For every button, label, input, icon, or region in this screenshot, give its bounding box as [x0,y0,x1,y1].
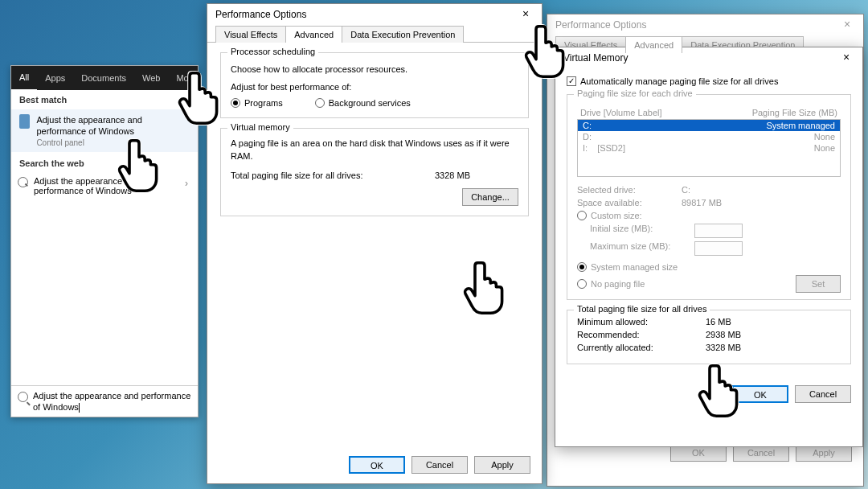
watermark: UG⊃TFIX [802,473,858,486]
tab-advanced[interactable]: Advanced [625,36,682,53]
close-icon[interactable]: × [510,4,542,25]
radio-icon [577,262,587,272]
col-drive: Drive [Volume Label] [580,108,662,117]
cancel-button[interactable]: Cancel [795,385,851,403]
drive-row[interactable]: I:[SSD2] None [578,142,840,154]
radio-system-managed[interactable]: System managed size [577,262,841,272]
search-result-item[interactable]: Adjust the appearance and performance of… [11,109,198,152]
proc-text: Choose how to allocate processor resourc… [231,64,518,74]
radio-icon [231,98,240,108]
change-button[interactable]: Change... [462,188,518,206]
initial-size-input[interactable] [694,224,743,238]
cancel-button[interactable]: Cancel [411,456,468,474]
tab-advanced[interactable]: Advanced [285,26,342,43]
apply-button[interactable]: Apply [474,456,530,474]
virtual-memory-legend: Virtual memory [227,122,293,132]
search-tab-more[interactable]: More [168,66,204,90]
search-tab-all[interactable]: All [11,65,37,91]
search-tab-web[interactable]: Web [134,66,168,90]
search-web-item[interactable]: Adjust the appearance and performance of… [11,171,198,200]
dialog-title: Performance Options [215,9,306,20]
auto-manage-checkbox[interactable]: ✓ Automatically manage paging file size … [567,76,851,86]
close-icon[interactable]: × [830,47,862,68]
drive-row[interactable]: C: System managed [578,120,840,131]
start-search-panel: All Apps Documents Web More Best match A… [10,65,199,417]
processor-scheduling-legend: Processor scheduling [227,47,318,56]
radio-background-services[interactable]: Background services [315,98,411,108]
search-icon [18,392,28,402]
drive-list[interactable]: C: System managed D: None I:[SSD2] None [577,119,841,177]
maximum-size-input[interactable] [694,241,743,256]
adjust-label: Adjust for best performance of: [231,82,518,92]
search-input-row[interactable]: Adjust the appearance and performance of… [11,385,198,417]
search-tab-apps[interactable]: Apps [37,66,73,90]
radio-programs[interactable]: Programs [231,98,283,108]
ok-button[interactable]: OK [732,385,788,403]
radio-no-paging[interactable]: No paging file [577,279,645,289]
set-button[interactable]: Set [796,275,841,293]
close-icon[interactable]: × [831,14,863,35]
totals-legend: Total paging file size for all drives [574,304,710,314]
search-web-header: Search the web [11,152,198,171]
search-result-title: Adjust the appearance and performance of… [36,114,190,137]
radio-icon [577,211,587,220]
control-panel-icon [19,114,30,129]
vm-desc: A paging file is an area on the hard dis… [231,137,518,162]
vm-total-label: Total paging file size for all drives: [231,171,362,180]
search-tab-documents[interactable]: Documents [73,66,134,90]
search-input[interactable]: Adjust the appearance and performance of… [33,390,191,413]
performance-options-dialog: Performance Options × Visual Effects Adv… [207,3,542,484]
col-size: Paging File Size (MB) [752,108,837,117]
ok-button[interactable]: OK [349,456,405,474]
checkbox-icon: ✓ [567,76,576,86]
search-tabs: All Apps Documents Web More [11,66,198,90]
each-drive-legend: Paging file size for each drive [574,88,696,98]
tab-visual-effects[interactable]: Visual Effects [215,26,286,43]
dialog-title: Performance Options [555,19,646,31]
radio-icon [315,98,325,108]
radio-icon [577,279,587,289]
chevron-right-icon: › [185,178,188,189]
best-match-header: Best match [11,90,198,109]
vm-total-value: 3328 MB [435,171,470,180]
virtual-memory-dialog: Virtual Memory × ✓ Automatically manage … [555,47,863,447]
radio-custom-size[interactable]: Custom size: [577,211,841,220]
search-result-subtitle: Control panel [36,138,190,147]
dialog-title: Virtual Memory [563,52,628,64]
tab-dep[interactable]: Data Execution Prevention [342,26,464,43]
drive-row[interactable]: D: None [578,131,840,142]
